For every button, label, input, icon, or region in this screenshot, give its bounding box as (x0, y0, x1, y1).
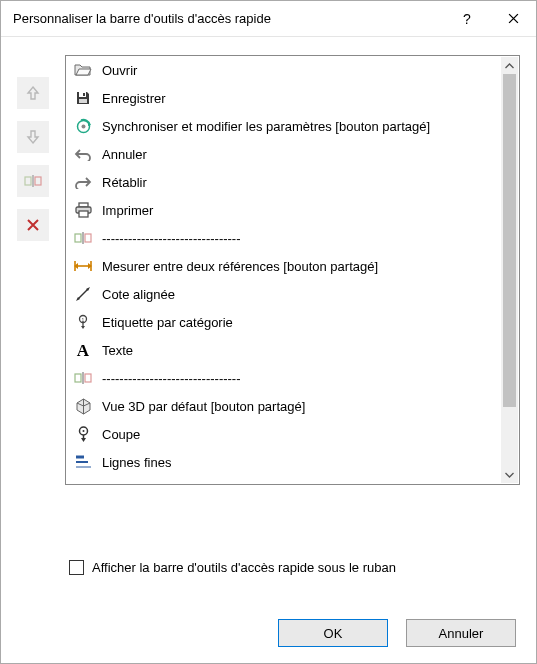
list-item[interactable]: Rétablir (66, 168, 502, 196)
dialog-content: Ouvrir Enregistrer Synch (1, 37, 536, 663)
help-button[interactable]: ? (444, 1, 490, 37)
move-down-button[interactable] (17, 121, 49, 153)
separator-icon (74, 369, 92, 387)
customize-qat-dialog: Personnaliser la barre d'outils d'accès … (0, 0, 537, 664)
list-item-label: Ouvrir (102, 63, 137, 78)
list-item-label: Lignes fines (102, 455, 171, 470)
separator-icon (74, 481, 92, 484)
list-item-label: Etiquette par catégorie (102, 315, 233, 330)
list-item-label: Enregistrer (102, 91, 166, 106)
undo-icon (74, 145, 92, 163)
scroll-thumb[interactable] (503, 74, 516, 407)
list-item[interactable]: Lignes fines (66, 448, 502, 476)
list-item-label: -------------------------------- (102, 483, 241, 485)
list-item-label: Rétablir (102, 175, 147, 190)
svg-line-20 (78, 289, 88, 299)
show-below-ribbon-label: Afficher la barre d'outils d'accès rapid… (92, 560, 396, 575)
list-item-label: -------------------------------- (102, 371, 241, 386)
list-item[interactable]: A Texte (66, 336, 502, 364)
titlebar: Personnaliser la barre d'outils d'accès … (1, 1, 536, 37)
list-item-label: Coupe (102, 427, 140, 442)
reorder-buttons (17, 55, 53, 524)
list-item[interactable]: Mesurer entre deux références [bouton pa… (66, 252, 502, 280)
svg-rect-1 (35, 177, 41, 185)
remove-button[interactable] (17, 209, 49, 241)
measure-icon (74, 257, 92, 275)
svg-rect-5 (79, 99, 87, 103)
svg-point-31 (82, 430, 84, 432)
svg-rect-12 (75, 234, 81, 242)
separator-icon (24, 174, 42, 188)
chevron-down-icon (505, 472, 514, 478)
svg-rect-4 (83, 93, 85, 96)
command-list-wrap: Ouvrir Enregistrer Synch (65, 55, 520, 524)
show-below-ribbon-row: Afficher la barre d'outils d'accès rapid… (69, 560, 520, 575)
scrollbar[interactable] (501, 57, 518, 483)
svg-rect-27 (75, 374, 81, 382)
print-icon (74, 201, 92, 219)
svg-point-8 (81, 124, 85, 128)
ok-button-label: OK (324, 626, 343, 641)
list-item[interactable]: 1 Etiquette par catégorie (66, 308, 502, 336)
arrow-down-icon (25, 129, 41, 145)
delete-x-icon (26, 218, 40, 232)
cancel-button[interactable]: Annuler (406, 619, 516, 647)
list-item-label: Synchroniser et modifier les paramètres … (102, 119, 430, 134)
close-button[interactable] (490, 1, 536, 37)
list-item-label: Imprimer (102, 203, 153, 218)
ok-button[interactable]: OK (278, 619, 388, 647)
svg-rect-11 (79, 211, 88, 217)
add-separator-button[interactable] (17, 165, 49, 197)
list-item[interactable]: Cote alignée (66, 280, 502, 308)
svg-marker-33 (81, 438, 86, 442)
dialog-buttons: OK Annuler (17, 619, 520, 647)
list-item-label: Texte (102, 343, 133, 358)
thin-lines-icon (74, 453, 92, 471)
list-item[interactable]: Vue 3D par défaut [bouton partagé] (66, 392, 502, 420)
list-item[interactable]: Imprimer (66, 196, 502, 224)
work-area: Ouvrir Enregistrer Synch (17, 55, 520, 524)
svg-marker-26 (81, 326, 85, 329)
list-item-separator[interactable]: -------------------------------- (66, 224, 502, 252)
svg-rect-0 (25, 177, 31, 185)
scroll-down-button[interactable] (501, 466, 518, 483)
scroll-up-button[interactable] (501, 57, 518, 74)
save-floppy-icon (74, 89, 92, 107)
list-item[interactable]: Coupe (66, 420, 502, 448)
list-item-label: -------------------------------- (102, 231, 241, 246)
redo-icon (74, 173, 92, 191)
list-item-label: Vue 3D par défaut [bouton partagé] (102, 399, 305, 414)
close-icon (508, 13, 519, 24)
list-item-label: Cote alignée (102, 287, 175, 302)
list-item-separator[interactable]: -------------------------------- (66, 364, 502, 392)
list-item[interactable]: Enregistrer (66, 84, 502, 112)
open-folder-icon (74, 61, 92, 79)
section-icon (74, 425, 92, 443)
list-item[interactable]: Ouvrir (66, 56, 502, 84)
arrow-up-icon (25, 85, 41, 101)
scroll-track[interactable] (501, 74, 518, 466)
command-list[interactable]: Ouvrir Enregistrer Synch (65, 55, 520, 485)
svg-rect-13 (85, 234, 91, 242)
dialog-title: Personnaliser la barre d'outils d'accès … (13, 11, 444, 26)
list-item[interactable]: Synchroniser et modifier les paramètres … (66, 112, 502, 140)
list-item-separator[interactable]: -------------------------------- (66, 476, 502, 484)
chevron-up-icon (505, 63, 514, 69)
list-item-label: Annuler (102, 147, 147, 162)
aligned-dimension-icon (74, 285, 92, 303)
3d-view-icon (74, 397, 92, 415)
move-up-button[interactable] (17, 77, 49, 109)
svg-text:1: 1 (82, 317, 85, 323)
sync-settings-icon (74, 117, 92, 135)
list-item[interactable]: Annuler (66, 140, 502, 168)
list-item-label: Mesurer entre deux références [bouton pa… (102, 259, 378, 274)
tag-category-icon: 1 (74, 313, 92, 331)
cancel-button-label: Annuler (439, 626, 484, 641)
separator-icon (74, 229, 92, 247)
svg-rect-28 (85, 374, 91, 382)
text-icon: A (74, 341, 92, 359)
show-below-ribbon-checkbox[interactable] (69, 560, 84, 575)
